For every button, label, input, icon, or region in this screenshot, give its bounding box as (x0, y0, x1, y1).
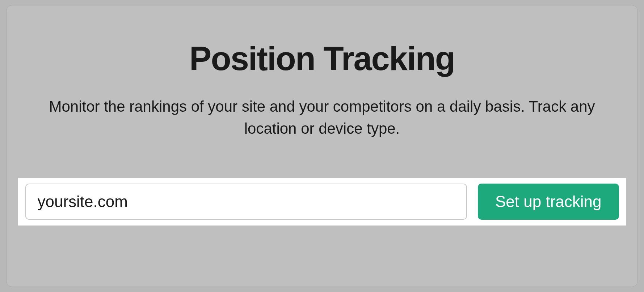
setup-tracking-button[interactable]: Set up tracking (478, 184, 619, 220)
tracking-form: Set up tracking (18, 178, 626, 226)
domain-input[interactable] (25, 184, 467, 220)
page-subtitle: Monitor the rankings of your site and yo… (29, 96, 615, 140)
position-tracking-card: Position Tracking Monitor the rankings o… (6, 5, 638, 287)
page-title: Position Tracking (189, 40, 455, 78)
